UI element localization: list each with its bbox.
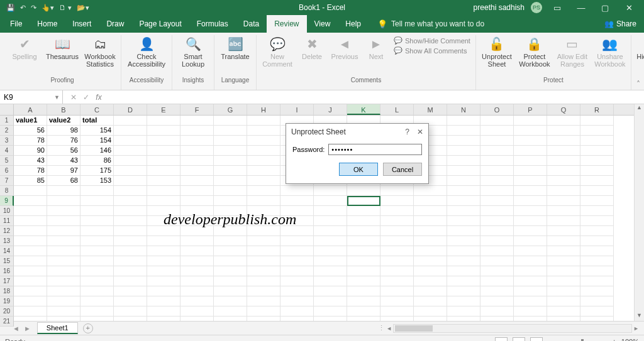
- cell[interactable]: [580, 136, 614, 146]
- cell[interactable]: [580, 306, 614, 317]
- row-head-5[interactable]: 5: [0, 156, 14, 166]
- cell[interactable]: [214, 136, 247, 146]
- hscroll-right-icon[interactable]: ►: [633, 325, 639, 332]
- cell[interactable]: [147, 296, 180, 306]
- cell[interactable]: [414, 276, 447, 286]
- cell[interactable]: [514, 196, 547, 206]
- tab-data[interactable]: Data: [236, 15, 267, 33]
- cell[interactable]: [580, 236, 614, 246]
- delete-comment-button[interactable]: ✖Delete: [299, 35, 325, 60]
- cell[interactable]: [380, 206, 414, 216]
- password-input[interactable]: [328, 144, 422, 155]
- cell[interactable]: [580, 126, 614, 136]
- cell[interactable]: [247, 146, 280, 156]
- cell[interactable]: [580, 296, 614, 306]
- cell[interactable]: [80, 246, 114, 256]
- col-head-o[interactable]: O: [480, 104, 514, 115]
- cell[interactable]: [280, 196, 314, 206]
- cell[interactable]: [514, 146, 547, 156]
- cell[interactable]: [14, 286, 47, 296]
- cell[interactable]: [480, 296, 514, 306]
- cell[interactable]: [414, 196, 447, 206]
- sheet-nav-icon[interactable]: ◄ ►: [13, 325, 32, 332]
- ribbon-options-icon[interactable]: ▭: [548, 3, 566, 13]
- cell[interactable]: [280, 276, 314, 286]
- cell[interactable]: [214, 286, 247, 296]
- cell[interactable]: [47, 246, 80, 256]
- cancel-button[interactable]: Cancel: [383, 163, 422, 176]
- cell[interactable]: [514, 306, 547, 317]
- col-head-p[interactable]: P: [514, 104, 547, 115]
- previous-comment-button[interactable]: ◄Previous: [331, 35, 358, 60]
- cell[interactable]: [14, 317, 47, 321]
- cell[interactable]: [14, 256, 47, 266]
- check-accessibility-button[interactable]: 👤Check Accessibility: [126, 35, 167, 68]
- cell[interactable]: [347, 236, 380, 246]
- cell[interactable]: [347, 276, 380, 286]
- cell[interactable]: [147, 116, 180, 126]
- cell[interactable]: [480, 246, 514, 256]
- cell[interactable]: [147, 286, 180, 296]
- col-head-f[interactable]: F: [180, 104, 214, 115]
- cell[interactable]: [480, 186, 514, 196]
- cell[interactable]: [314, 236, 347, 246]
- cell[interactable]: [314, 286, 347, 296]
- cell[interactable]: [514, 286, 547, 296]
- cell[interactable]: [80, 216, 114, 226]
- cell[interactable]: [547, 166, 580, 176]
- cell[interactable]: [214, 296, 247, 306]
- new-file-icon[interactable]: 🗋 ▾: [59, 4, 72, 12]
- cell[interactable]: [180, 166, 214, 176]
- cell[interactable]: [47, 226, 80, 236]
- cell[interactable]: [80, 226, 114, 236]
- cell[interactable]: [580, 156, 614, 166]
- cell[interactable]: [114, 186, 147, 196]
- cell[interactable]: [114, 256, 147, 266]
- cell[interactable]: [214, 256, 247, 266]
- tab-insert[interactable]: Insert: [65, 15, 99, 33]
- cell[interactable]: [180, 156, 214, 166]
- cell[interactable]: [14, 196, 47, 206]
- redo-icon[interactable]: ↷: [31, 4, 36, 12]
- cell[interactable]: [414, 216, 447, 226]
- cell[interactable]: [180, 176, 214, 186]
- cell[interactable]: [80, 186, 114, 196]
- cell[interactable]: [514, 317, 547, 321]
- cell[interactable]: [580, 216, 614, 226]
- cell[interactable]: [514, 176, 547, 186]
- cell[interactable]: [14, 236, 47, 246]
- spelling-button[interactable]: ✔Spelling: [9, 35, 40, 60]
- cell[interactable]: value1: [14, 116, 47, 126]
- cell[interactable]: [47, 296, 80, 306]
- cell[interactable]: [247, 246, 280, 256]
- tab-formulas[interactable]: Formulas: [189, 15, 236, 33]
- cell[interactable]: [447, 166, 480, 176]
- cell[interactable]: [180, 266, 214, 276]
- cell[interactable]: [547, 186, 580, 196]
- cell[interactable]: [214, 126, 247, 136]
- cell[interactable]: [147, 136, 180, 146]
- cell[interactable]: [314, 216, 347, 226]
- cell[interactable]: [214, 266, 247, 276]
- row-head-19[interactable]: 19: [0, 296, 14, 306]
- cell[interactable]: [347, 216, 380, 226]
- cell[interactable]: [480, 136, 514, 146]
- undo-icon[interactable]: ↶: [20, 4, 26, 12]
- cell[interactable]: [514, 126, 547, 136]
- share-button[interactable]: 👥 Share: [604, 19, 644, 28]
- cell[interactable]: [480, 216, 514, 226]
- cell[interactable]: [147, 156, 180, 166]
- cell[interactable]: 175: [80, 166, 114, 176]
- col-head-l[interactable]: L: [380, 104, 414, 115]
- cell[interactable]: [414, 306, 447, 317]
- cell[interactable]: 43: [47, 156, 80, 166]
- cell[interactable]: 56: [47, 146, 80, 156]
- cell[interactable]: [180, 306, 214, 317]
- cell[interactable]: [380, 317, 414, 321]
- cell[interactable]: [280, 186, 314, 196]
- cell[interactable]: [447, 206, 480, 216]
- cell[interactable]: [580, 266, 614, 276]
- cell[interactable]: [380, 236, 414, 246]
- cell[interactable]: [547, 216, 580, 226]
- cell[interactable]: 76: [47, 136, 80, 146]
